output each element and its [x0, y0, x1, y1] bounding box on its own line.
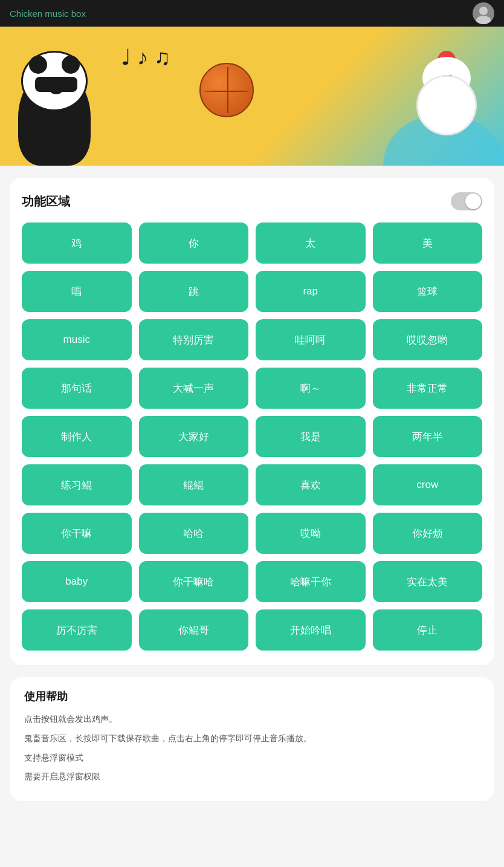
feature-toggle[interactable] — [451, 192, 482, 210]
section-header: 功能区域 — [22, 192, 482, 210]
music-button-6[interactable]: rap — [256, 271, 366, 312]
music-button-22[interactable]: 喜欢 — [256, 464, 366, 505]
music-button-15[interactable]: 非常正常 — [373, 368, 483, 409]
toggle-knob — [465, 193, 481, 209]
music-button-0[interactable]: 鸡 — [22, 222, 132, 264]
svg-point-1 — [479, 7, 488, 15]
main-card: 功能区域 鸡你太美唱跳rap篮球music特别厉害哇呵呵哎哎忽哟那句话大喊一声啊… — [10, 178, 494, 665]
music-button-23[interactable]: crow — [373, 464, 483, 505]
music-button-19[interactable]: 两年半 — [373, 416, 483, 457]
music-button-28[interactable]: baby — [22, 561, 132, 602]
music-button-3[interactable]: 美 — [373, 222, 483, 264]
user-avatar[interactable] — [473, 2, 494, 24]
panda-figure — [12, 45, 115, 166]
music-button-10[interactable]: 哇呵呵 — [256, 319, 366, 360]
music-button-29[interactable]: 你干嘛哈 — [139, 561, 249, 602]
music-button-2[interactable]: 太 — [256, 222, 366, 264]
music-button-16[interactable]: 制作人 — [22, 416, 132, 457]
section-title: 功能区域 — [22, 193, 70, 210]
music-button-9[interactable]: 特别厉害 — [139, 319, 249, 360]
music-button-20[interactable]: 练习鲲 — [22, 464, 132, 505]
app-title: Chicken music box — [10, 8, 86, 19]
music-button-26[interactable]: 哎呦 — [256, 513, 366, 554]
music-button-35[interactable]: 停止 — [373, 609, 483, 651]
music-button-24[interactable]: 你干嘛 — [22, 513, 132, 554]
music-button-21[interactable]: 鲲鲲 — [139, 464, 249, 505]
help-line-2: 支持悬浮窗模式 — [24, 751, 480, 765]
music-button-17[interactable]: 大家好 — [139, 416, 249, 457]
music-button-30[interactable]: 哈嘛干你 — [256, 561, 366, 602]
music-button-27[interactable]: 你好烦 — [373, 513, 483, 554]
music-button-8[interactable]: music — [22, 319, 132, 360]
music-button-33[interactable]: 你鲲哥 — [139, 609, 249, 651]
music-button-14[interactable]: 啊～ — [256, 368, 366, 409]
music-button-11[interactable]: 哎哎忽哟 — [373, 319, 483, 360]
music-button-1[interactable]: 你 — [139, 222, 249, 264]
help-line-0: 点击按钮就会发出鸡声。 — [24, 712, 480, 727]
music-button-12[interactable]: 那句话 — [22, 368, 132, 409]
help-line-3: 需要开启悬浮窗权限 — [24, 770, 480, 784]
basketball-icon — [199, 63, 254, 117]
music-notes-icon: ♩♪♫ — [121, 45, 176, 70]
music-buttons-grid: 鸡你太美唱跳rap篮球music特别厉害哇呵呵哎哎忽哟那句话大喊一声啊～非常正常… — [22, 222, 482, 651]
music-button-18[interactable]: 我是 — [256, 416, 366, 457]
banner: ♩♪♫ — [0, 27, 504, 166]
music-button-32[interactable]: 厉不厉害 — [22, 609, 132, 651]
chicken-character — [407, 51, 486, 135]
music-button-13[interactable]: 大喊一声 — [139, 368, 249, 409]
help-card: 使用帮助 点击按钮就会发出鸡声。鬼畜音乐区，长按即可下载保存歌曲，点击右上角的停… — [10, 677, 494, 801]
music-button-34[interactable]: 开始吟唱 — [256, 609, 366, 651]
app-header: Chicken music box — [0, 0, 504, 27]
help-title: 使用帮助 — [24, 689, 480, 704]
music-button-25[interactable]: 哈哈 — [139, 513, 249, 554]
music-button-7[interactable]: 篮球 — [373, 271, 483, 312]
music-button-31[interactable]: 实在太美 — [373, 561, 483, 602]
music-button-5[interactable]: 跳 — [139, 271, 249, 312]
music-button-4[interactable]: 唱 — [22, 271, 132, 312]
help-line-1: 鬼畜音乐区，长按即可下载保存歌曲，点击右上角的停字即可停止音乐播放。 — [24, 732, 480, 746]
